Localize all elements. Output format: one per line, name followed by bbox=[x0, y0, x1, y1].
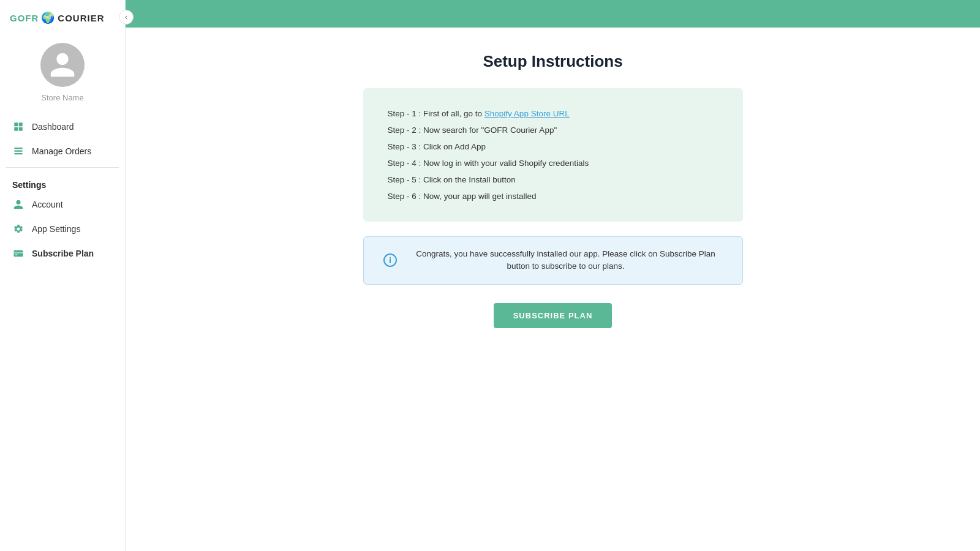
logo: GOFR 🌍 COURIER bbox=[10, 11, 105, 24]
nav-divider bbox=[6, 167, 119, 168]
shopify-app-store-link[interactable]: Shopify App Store URL bbox=[484, 109, 570, 118]
avatar-area: Store Name bbox=[0, 31, 125, 108]
subscribe-plan-icon bbox=[12, 247, 24, 260]
setup-step-5: Step - 5 : Click on the Install button bbox=[388, 171, 718, 188]
nav-list: Dashboard Manage Orders Settings Account bbox=[0, 114, 125, 266]
logo-area: GOFR 🌍 COURIER bbox=[0, 0, 125, 31]
collapse-button[interactable]: ‹ bbox=[119, 10, 134, 24]
setup-step-4: Step - 4 : Now log in with your valid Sh… bbox=[388, 155, 718, 171]
setup-step-6: Step - 6 : Now, your app will get instal… bbox=[388, 188, 718, 204]
app-settings-icon bbox=[12, 223, 24, 235]
settings-section-label: Settings bbox=[0, 171, 125, 192]
sidebar-item-subscribe-plan[interactable]: Subscribe Plan bbox=[0, 241, 125, 266]
sidebar-item-manage-orders[interactable]: Manage Orders bbox=[0, 139, 125, 163]
svg-point-12 bbox=[390, 257, 391, 258]
svg-rect-1 bbox=[19, 122, 23, 126]
svg-rect-0 bbox=[14, 122, 18, 126]
logo-gofr: GOFR bbox=[10, 13, 39, 23]
setup-step-3: Step - 3 : Click on Add App bbox=[388, 138, 718, 155]
avatar bbox=[40, 43, 85, 87]
svg-rect-4 bbox=[14, 148, 23, 149]
sidebar-item-app-settings[interactable]: App Settings bbox=[0, 217, 125, 241]
svg-rect-6 bbox=[14, 153, 23, 154]
dashboard-icon bbox=[12, 121, 24, 133]
subscribe-plan-button[interactable]: SUBSCRIBE PLAN bbox=[494, 303, 612, 328]
store-name: Store Name bbox=[41, 93, 83, 102]
avatar-icon bbox=[48, 50, 77, 80]
svg-rect-5 bbox=[14, 151, 23, 152]
content-area: Setup Instructions Step - 1 : First of a… bbox=[126, 28, 980, 551]
setup-instructions-box: Step - 1 : First of all, go to Shopify A… bbox=[363, 88, 743, 222]
sidebar-item-dashboard[interactable]: Dashboard bbox=[0, 114, 125, 139]
sidebar-item-account[interactable]: Account bbox=[0, 192, 125, 217]
logo-globe-icon: 🌍 bbox=[41, 11, 55, 24]
main-area: Setup Instructions Step - 1 : First of a… bbox=[126, 0, 980, 551]
subscribe-plan-label: Subscribe Plan bbox=[32, 249, 94, 258]
account-label: Account bbox=[32, 200, 63, 209]
dashboard-label: Dashboard bbox=[32, 122, 74, 132]
logo-courier: COURIER bbox=[58, 13, 104, 23]
info-icon bbox=[382, 252, 398, 268]
sidebar: ‹ GOFR 🌍 COURIER Store Name Da bbox=[0, 0, 126, 551]
manage-orders-icon bbox=[12, 145, 24, 157]
app-settings-label: App Settings bbox=[32, 224, 80, 234]
svg-rect-2 bbox=[14, 127, 18, 131]
info-box: Congrats, you have successfully installe… bbox=[363, 236, 743, 285]
page-title: Setup Instructions bbox=[483, 52, 622, 71]
svg-rect-9 bbox=[15, 255, 18, 256]
manage-orders-label: Manage Orders bbox=[32, 146, 91, 156]
account-icon bbox=[12, 198, 24, 211]
setup-step-2: Step - 2 : Now search for "GOFR Courier … bbox=[388, 122, 718, 138]
svg-rect-3 bbox=[19, 127, 23, 131]
setup-step-1: Step - 1 : First of all, go to Shopify A… bbox=[388, 105, 718, 122]
top-bar bbox=[126, 0, 980, 28]
svg-rect-8 bbox=[14, 252, 23, 253]
info-message: Congrats, you have successfully installe… bbox=[408, 248, 724, 273]
